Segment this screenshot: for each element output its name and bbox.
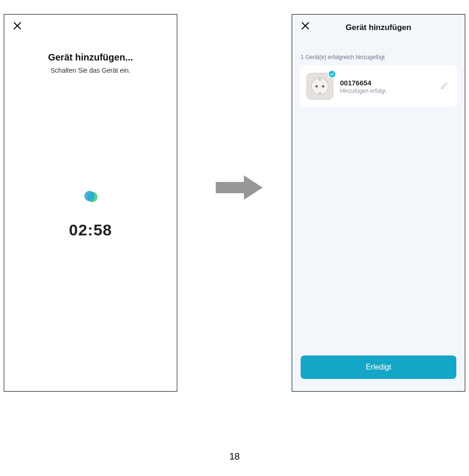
svg-rect-9 [319,78,321,81]
pencil-icon [440,81,449,90]
countdown-timer: 02:58 [4,221,177,239]
loading-spinner-icon [84,191,97,203]
svg-point-8 [322,85,324,87]
device-name: 00176654 [340,79,434,87]
device-info: 00176654 Hinzufügen erfolgr. [340,79,434,94]
close-icon [12,21,23,31]
svg-marker-2 [216,175,263,200]
page-title: Gerät hinzufügen [292,23,465,32]
pairing-screen: Gerät hinzufügen... Schalten Sie das Ger… [4,14,177,392]
page-number: 18 [0,451,469,462]
device-status: Hinzufügen erfolgr. [340,88,434,94]
svg-rect-10 [319,92,321,94]
status-text: 1 Gerät(e) erfolgreich hinzugefügt [301,54,456,60]
close-button[interactable] [299,19,312,32]
success-screen: Gerät hinzufügen 1 Gerät(e) erfolgreich … [292,14,465,392]
device-card[interactable]: 00176654 Hinzufügen erfolgr. [300,65,457,107]
done-button[interactable]: Erledigt [301,355,456,379]
close-button[interactable] [11,19,24,32]
arrow-right-icon [216,174,263,202]
smart-plug-icon [306,73,333,100]
page-subtitle: Schalten Sie das Gerät ein. [4,67,177,74]
svg-point-7 [315,85,318,87]
close-icon [300,21,310,31]
edit-button[interactable] [440,81,451,91]
success-badge-icon [328,70,336,78]
page-title: Gerät hinzufügen... [4,52,177,63]
